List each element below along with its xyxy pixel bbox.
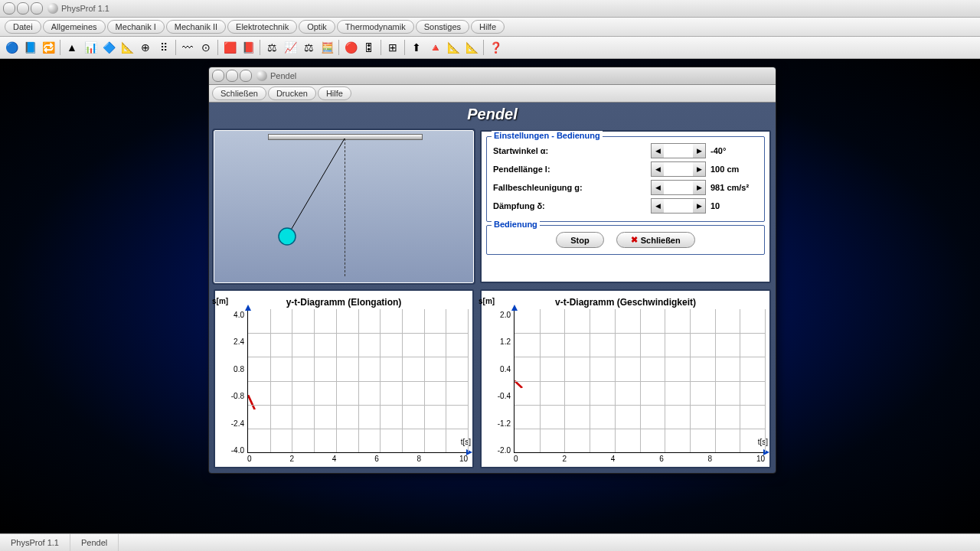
toolbar-icon[interactable]: 🔁	[40, 39, 57, 56]
toolbar-icon[interactable]: 🎛	[361, 39, 377, 56]
toolbar-icon[interactable]: ⊞	[384, 39, 401, 56]
chart-left-xaxis: 0246810	[247, 453, 468, 465]
pendulum-bob	[279, 228, 296, 245]
tick-label: 4	[332, 455, 337, 465]
controls-legend: Bedienung	[492, 220, 540, 229]
window-btn-3[interactable]	[31, 2, 43, 15]
menu-thermodynamik[interactable]: Thermodynamik	[337, 20, 414, 34]
toolbar-icon[interactable]: ⚖	[263, 39, 280, 56]
menu-sonstiges[interactable]: Sonstiges	[416, 20, 469, 34]
menu-allgemeines[interactable]: Allgemeines	[43, 20, 106, 34]
setting-row-1: Pendellänge l:◀▶100 cm	[493, 160, 758, 178]
toolbar-icon[interactable]: 🔵	[3, 39, 20, 56]
app-icon	[47, 3, 58, 14]
spinner[interactable]: ◀▶	[651, 180, 706, 195]
controls-fieldset: Bedienung Stop ✖Schließen	[486, 225, 765, 255]
child-titlebar: Pendel	[209, 67, 776, 85]
spinner-inc-icon[interactable]: ▶	[693, 162, 705, 176]
toolbar-icon[interactable]: 🟥	[221, 39, 238, 56]
tick-label: -2.0	[498, 446, 511, 455]
child-menu-schließen[interactable]: Schließen	[212, 86, 266, 100]
child-window-pendel: Pendel SchließenDruckenHilfe Pendel Eins…	[208, 67, 776, 474]
spinner-dec-icon[interactable]: ◀	[652, 181, 664, 194]
spinner-dec-icon[interactable]: ◀	[652, 162, 664, 176]
spinner-track[interactable]	[664, 144, 693, 158]
chart-right-grid: t[s]	[514, 309, 765, 453]
spinner-dec-icon[interactable]: ◀	[652, 199, 664, 213]
spinner[interactable]: ◀▶	[651, 143, 706, 158]
window-btn-2[interactable]	[17, 2, 29, 15]
toolbar-icon[interactable]: 📈	[282, 39, 299, 56]
spinner-track[interactable]	[664, 199, 693, 213]
toolbar-icon[interactable]: 📕	[240, 39, 256, 56]
setting-row-3: Dämpfung δ:◀▶10	[493, 197, 758, 215]
spinner-track[interactable]	[664, 162, 693, 176]
stop-button[interactable]: Stop	[556, 232, 603, 248]
toolbar-icon[interactable]: ⊕	[137, 39, 154, 56]
tick-label: -2.4	[231, 419, 244, 428]
child-menu-drucken[interactable]: Drucken	[268, 86, 316, 100]
toolbar-icon[interactable]: 🔺	[426, 39, 443, 56]
tick-label: -0.4	[498, 392, 511, 400]
setting-row-2: Fallbeschleunigung g:◀▶981 cm/s²	[493, 178, 758, 197]
toolbar-separator	[217, 40, 218, 55]
toolbar-icon[interactable]: ⠿	[155, 39, 172, 56]
menu-hilfe[interactable]: Hilfe	[471, 20, 505, 34]
spinner[interactable]: ◀▶	[651, 198, 706, 214]
chart-right-panel: s[m] v-t-Diagramm (Geschwindigkeit) 2.01…	[480, 289, 771, 468]
child-window-btn-1[interactable]	[212, 70, 224, 82]
tick-label: 0.4	[500, 365, 511, 373]
child-content: Einstellungen - Bedienung Startwinkel α:…	[209, 126, 776, 473]
menu-optik[interactable]: Optik	[299, 20, 335, 34]
window-btn-1[interactable]	[3, 2, 15, 15]
menu-datei[interactable]: Datei	[5, 20, 41, 34]
toolbar-icon[interactable]: 📐	[119, 39, 136, 56]
toolbar-separator	[338, 40, 339, 55]
toolbar-icon[interactable]: 📊	[82, 39, 99, 56]
chart-left-yaxis: 4.02.40.8-0.8-2.4-4.0	[220, 309, 247, 465]
toolbar-icon[interactable]: ❓	[487, 39, 504, 56]
toolbar-icon[interactable]: ⊙	[198, 39, 214, 56]
toolbar-icon[interactable]: 📐	[463, 39, 480, 56]
child-window-btn-3[interactable]	[240, 70, 252, 82]
spinner-inc-icon[interactable]: ▶	[693, 199, 705, 213]
spinner[interactable]: ◀▶	[651, 161, 706, 177]
child-window-btn-2[interactable]	[226, 70, 238, 82]
chart-left-grid: t[s]	[247, 309, 468, 453]
toolbar-separator	[60, 40, 60, 55]
pendulum-string	[287, 139, 345, 236]
child-menu-hilfe[interactable]: Hilfe	[318, 86, 351, 100]
spinner-inc-icon[interactable]: ▶	[693, 181, 705, 194]
chart-left-ylabel: s[m]	[212, 297, 228, 305]
toolbar-icon[interactable]: 🔷	[100, 39, 117, 56]
spinner-dec-icon[interactable]: ◀	[652, 144, 664, 158]
toolbar-icon[interactable]: 📘	[21, 39, 38, 56]
tick-label: 4.0	[234, 311, 244, 319]
menu-elektrotechnik[interactable]: Elektrotechnik	[227, 20, 297, 34]
menubar: DateiAllgemeinesMechanik IMechanik IIEle…	[0, 18, 980, 37]
toolbar-icon[interactable]: ▲	[64, 39, 80, 56]
app-title: PhysProf 1.1	[61, 4, 109, 13]
toolbar-icon[interactable]: ⬆	[408, 39, 425, 56]
menu-mechanik-ii[interactable]: Mechanik II	[166, 20, 226, 34]
spinner-inc-icon[interactable]: ▶	[693, 144, 705, 158]
toolbar-icon[interactable]: ⚖	[300, 39, 317, 56]
menu-mechanik-i[interactable]: Mechanik I	[107, 20, 165, 34]
child-menubar: SchließenDruckenHilfe	[209, 85, 776, 103]
tick-label: 4	[611, 455, 616, 465]
status-module: Pendel	[70, 534, 119, 551]
close-button[interactable]: ✖Schließen	[616, 232, 695, 248]
settings-panel: Einstellungen - Bedienung Startwinkel α:…	[480, 130, 771, 283]
setting-label: Startwinkel α:	[493, 146, 651, 155]
toolbar-separator	[404, 40, 405, 55]
toolbar-icon[interactable]: 〰	[179, 39, 196, 56]
toolbar-icon[interactable]: 🧮	[318, 39, 335, 56]
tick-label: 10	[459, 455, 468, 465]
child-title: Pendel	[270, 71, 296, 80]
toolbar-icon[interactable]: 📐	[445, 39, 462, 56]
tick-label: 0	[247, 455, 252, 465]
chart-right-title: s[m] v-t-Diagramm (Geschwindigkeit)	[486, 297, 765, 308]
stop-button-label: Stop	[570, 236, 589, 245]
toolbar-icon[interactable]: 🔴	[342, 39, 359, 56]
spinner-track[interactable]	[664, 181, 693, 194]
